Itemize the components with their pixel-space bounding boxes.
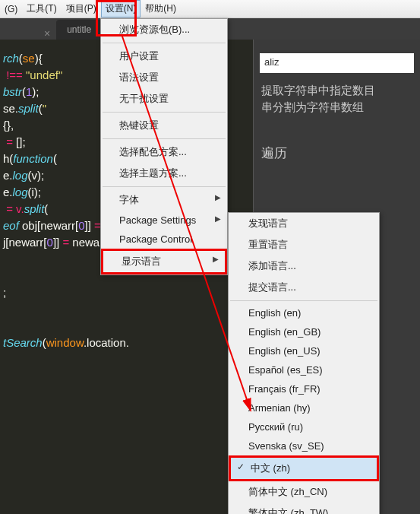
menu-item[interactable]: 语法设置 <box>101 67 227 88</box>
description-text: 提取字符串中指定数目 串分割为字符串数组 <box>261 82 412 116</box>
menu-settings[interactable]: 设置(N) <box>101 0 141 17</box>
menu-project[interactable]: 项目(P) <box>62 0 101 17</box>
menu-item[interactable]: Package Control <box>101 230 227 249</box>
menubar: (G) 工具(T) 项目(P) 设置(N) 帮助(H) <box>0 0 420 18</box>
language-item[interactable]: English (en) <box>229 303 379 322</box>
language-item[interactable]: 重置语言 <box>229 234 379 255</box>
tab-untitled[interactable]: untitle <box>56 20 102 40</box>
menu-item[interactable]: 选择主题方案... <box>101 163 227 184</box>
menu-item[interactable]: 选择配色方案... <box>101 141 227 163</box>
language-item[interactable]: Español (es_ES) <box>229 360 379 379</box>
language-item[interactable]: 简体中文 (zh_CN) <box>229 481 379 503</box>
submenu-arrow-icon: ▶ <box>213 255 219 263</box>
menu-item[interactable]: 热键设置 <box>101 115 227 136</box>
url-bar[interactable]: aliz <box>260 53 414 73</box>
menu-tools[interactable]: 工具(T) <box>22 0 61 17</box>
language-item[interactable]: 提交语言... <box>229 277 379 298</box>
submenu-arrow-icon: ▶ <box>215 193 221 201</box>
language-item[interactable]: 发现语言 <box>229 213 379 234</box>
settings-dropdown: 浏览资源包(B)...用户设置语法设置无干扰设置热键设置选择配色方案...选择主… <box>100 18 228 275</box>
menu-item[interactable]: 无干扰设置 <box>101 88 227 109</box>
menu-item[interactable]: 浏览资源包(B)... <box>101 19 227 40</box>
language-item[interactable]: Русский (ru) <box>229 417 379 436</box>
menu-item[interactable]: 字体▶ <box>101 189 227 211</box>
language-item[interactable]: Armenian (hy) <box>229 398 379 417</box>
menu-item[interactable]: 显示语言▶ <box>101 249 227 274</box>
description-text-2: 遍历 <box>261 144 412 162</box>
tab-close-icon[interactable]: × <box>38 27 56 40</box>
check-icon: ✓ <box>237 462 245 472</box>
language-item[interactable]: Svenska (sv_SE) <box>229 436 379 455</box>
menu-item[interactable]: 用户设置 <box>101 46 227 67</box>
submenu-arrow-icon: ▶ <box>215 214 221 223</box>
language-item[interactable]: English (en_US) <box>229 341 379 360</box>
menu-help[interactable]: 帮助(H) <box>141 0 181 17</box>
language-item[interactable]: 中文 (zh)✓ <box>231 458 377 479</box>
menu-item[interactable]: Package Settings▶ <box>101 211 227 230</box>
language-submenu: 发现语言重置语言添加语言...提交语言...English (en)Englis… <box>228 212 380 514</box>
language-item[interactable]: 添加语言... <box>229 255 379 277</box>
language-item[interactable]: English (en_GB) <box>229 322 379 341</box>
menu-g[interactable]: (G) <box>0 2 22 17</box>
language-item[interactable]: Français (fr_FR) <box>229 379 379 398</box>
language-item[interactable]: 繁体中文 (zh_TW) <box>229 503 379 514</box>
